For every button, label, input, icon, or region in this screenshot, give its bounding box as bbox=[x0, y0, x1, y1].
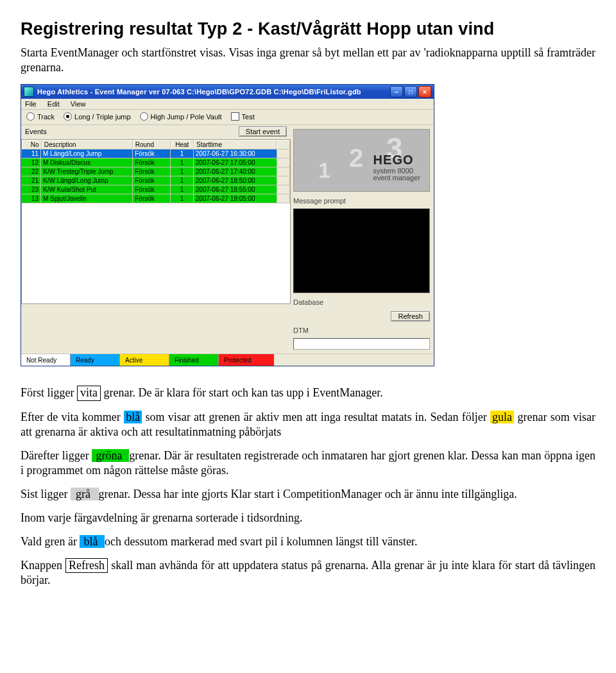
para-green: Därefter ligger gröna grenar. Där är res… bbox=[21, 448, 595, 478]
radio-high-pole[interactable]: High Jump / Pole Vault bbox=[140, 112, 222, 121]
start-event-button[interactable]: Start event bbox=[239, 126, 287, 137]
table-row[interactable]: 21 K/W Längd/Long Jump Försök 1 2007-06-… bbox=[22, 176, 290, 185]
title-bar: Hego Athletics - Event Manager ver 07-06… bbox=[21, 85, 434, 99]
menu-bar: File Edit View bbox=[21, 99, 434, 110]
col-description: Description bbox=[42, 140, 133, 149]
table-row[interactable]: 22 K/W Tresteg/Triple Jump Försök 1 2007… bbox=[22, 167, 290, 176]
table-row[interactable]: 23 K/W Kula/Shot Put Försök 1 2007-06-27… bbox=[22, 185, 290, 194]
para-sort: Inom varje färgavdelning är grenarna sor… bbox=[21, 511, 595, 525]
para-refresh: Knappen Refresh skall man avhända för at… bbox=[21, 558, 595, 588]
window-title: Hego Athletics - Event Manager ver 07-06… bbox=[37, 88, 390, 96]
message-prompt-label: Message prompt bbox=[293, 197, 430, 205]
page-title: Registrering resultat Typ 2 - Kast/Vågrä… bbox=[21, 19, 595, 39]
brand: HEGO system 8000 event manager bbox=[373, 153, 420, 182]
check-test[interactable]: Test bbox=[231, 112, 255, 121]
menu-file[interactable]: File bbox=[25, 100, 37, 108]
radio-long-triple[interactable]: Long / Triple jump bbox=[64, 112, 130, 121]
message-prompt-box bbox=[293, 209, 430, 293]
legend-ready: Ready bbox=[71, 354, 120, 366]
col-heat: Heat bbox=[171, 140, 194, 149]
menu-view[interactable]: View bbox=[71, 100, 86, 108]
para-blue-yellow: Efter de vita kommer blå som visar att g… bbox=[21, 410, 595, 439]
grid-body: 11 M Längd/Long Jump Försök 1 2007-06-27… bbox=[22, 149, 290, 303]
grid-header: No Description Round Heat Starttime bbox=[22, 140, 290, 149]
refresh-button[interactable]: Refresh bbox=[391, 311, 430, 321]
chip-grey: grå bbox=[71, 488, 98, 500]
app-icon bbox=[24, 87, 34, 97]
dtm-field[interactable] bbox=[293, 338, 430, 350]
app-window: Hego Athletics - Event Manager ver 07-06… bbox=[21, 84, 434, 366]
radio-track[interactable]: Track bbox=[26, 112, 55, 121]
para-selected: Vald gren är blå och dessutom markerad m… bbox=[21, 534, 595, 549]
chip-white: vita bbox=[77, 386, 101, 401]
dtm-label: DTM bbox=[293, 327, 430, 334]
close-button[interactable]: × bbox=[418, 86, 431, 98]
events-label: Events bbox=[25, 128, 239, 135]
bg-number-2: 2 bbox=[349, 144, 363, 173]
table-row[interactable]: 12 M Diskus/Discus Försök 1 2007-06-27 1… bbox=[22, 158, 290, 167]
logo-area: 1 2 3 HEGO system 8000 event manager bbox=[293, 129, 430, 192]
col-scrollbar-gap bbox=[277, 140, 290, 149]
events-grid[interactable]: No Description Round Heat Starttime 11 M… bbox=[21, 139, 291, 304]
status-legend: Not Ready Ready Active Finished Protecte… bbox=[21, 354, 434, 366]
col-round: Round bbox=[133, 140, 171, 149]
minimize-button[interactable]: – bbox=[390, 86, 403, 98]
menu-edit[interactable]: Edit bbox=[47, 100, 60, 108]
bg-number-1: 1 bbox=[318, 158, 330, 183]
para-grey: Sist ligger grå grenar. Dessa har inte g… bbox=[21, 487, 595, 502]
col-starttime: Starttime bbox=[194, 140, 277, 149]
legend-finished: Finished bbox=[169, 354, 219, 366]
legend-active: Active bbox=[120, 354, 169, 366]
chip-selected-blue: blå bbox=[80, 535, 105, 548]
intro-paragraph: Starta EventManager och startfönstret vi… bbox=[21, 46, 595, 75]
chip-green: gröna bbox=[92, 449, 129, 462]
table-row[interactable]: 11 M Längd/Long Jump Försök 1 2007-06-27… bbox=[22, 149, 290, 158]
brand-sub2: event manager bbox=[373, 175, 420, 182]
maximize-button[interactable]: □ bbox=[404, 86, 417, 98]
brand-name: HEGO bbox=[373, 153, 420, 167]
legend-spacer bbox=[274, 354, 434, 366]
para-white: Först ligger vita grenar. De är klara fö… bbox=[21, 386, 595, 401]
chip-yellow: gula bbox=[490, 411, 514, 423]
chip-blue: blå bbox=[124, 411, 142, 423]
chip-refresh: Refresh bbox=[65, 558, 108, 574]
col-no: No bbox=[22, 140, 42, 149]
toolbar: Track Long / Triple jump High Jump / Pol… bbox=[21, 110, 434, 125]
table-row[interactable]: 13 M Spjut/Javelin Försök 1 2007-06-27 1… bbox=[22, 194, 290, 203]
database-label: Database bbox=[293, 298, 430, 306]
legend-not-ready: Not Ready bbox=[21, 354, 71, 366]
legend-protected: Protected bbox=[219, 354, 274, 366]
